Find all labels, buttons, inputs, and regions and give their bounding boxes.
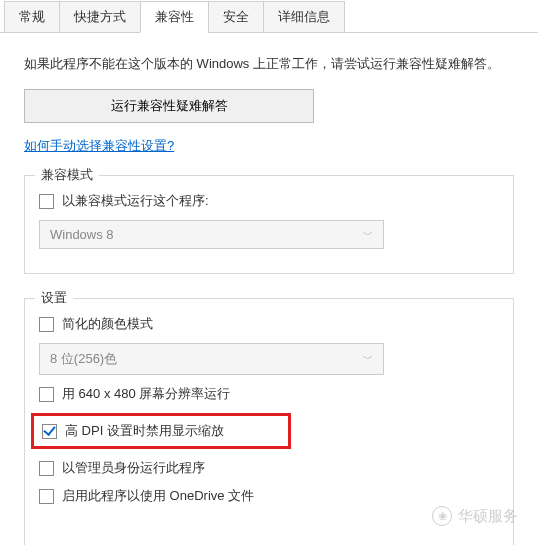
compat-mode-checkbox[interactable] [39, 194, 54, 209]
wechat-icon: ❀ [432, 506, 452, 526]
reduced-color-checkbox[interactable] [39, 317, 54, 332]
settings-title: 设置 [35, 289, 73, 307]
run-troubleshooter-button[interactable]: 运行兼容性疑难解答 [24, 89, 314, 123]
compat-mode-label: 以兼容模式运行这个程序: [62, 192, 209, 210]
highlight-box: 高 DPI 设置时禁用显示缩放 [31, 413, 291, 449]
res-640-checkbox[interactable] [39, 387, 54, 402]
watermark: ❀ 华硕服务 [432, 506, 518, 526]
watermark-text: 华硕服务 [458, 507, 518, 526]
tab-general[interactable]: 常规 [4, 1, 60, 33]
onedrive-label: 启用此程序以使用 OneDrive 文件 [62, 487, 254, 505]
color-depth-select[interactable]: 8 位(256)色 ﹀ [39, 343, 384, 375]
disable-dpi-label: 高 DPI 设置时禁用显示缩放 [65, 422, 224, 440]
res-640-label: 用 640 x 480 屏幕分辨率运行 [62, 385, 230, 403]
intro-text: 如果此程序不能在这个版本的 Windows 上正常工作，请尝试运行兼容性疑难解答… [24, 53, 514, 75]
reduced-color-label: 简化的颜色模式 [62, 315, 153, 333]
chevron-down-icon: ﹀ [363, 228, 373, 242]
manual-settings-link[interactable]: 如何手动选择兼容性设置? [24, 137, 174, 155]
disable-dpi-checkbox[interactable] [42, 424, 57, 439]
tab-compatibility[interactable]: 兼容性 [140, 1, 209, 33]
compat-os-select[interactable]: Windows 8 ﹀ [39, 220, 384, 249]
run-admin-label: 以管理员身份运行此程序 [62, 459, 205, 477]
compat-os-value: Windows 8 [50, 227, 114, 242]
tab-strip: 常规 快捷方式 兼容性 安全 详细信息 [0, 0, 538, 33]
tab-content: 如果此程序不能在这个版本的 Windows 上正常工作，请尝试运行兼容性疑难解答… [0, 33, 538, 556]
tab-shortcut[interactable]: 快捷方式 [59, 1, 141, 33]
onedrive-checkbox[interactable] [39, 489, 54, 504]
tab-details[interactable]: 详细信息 [263, 1, 345, 33]
tab-security[interactable]: 安全 [208, 1, 264, 33]
color-depth-value: 8 位(256)色 [50, 350, 117, 368]
chevron-down-icon: ﹀ [363, 352, 373, 366]
compat-mode-group: 兼容模式 以兼容模式运行这个程序: Windows 8 ﹀ [24, 175, 514, 274]
run-admin-checkbox[interactable] [39, 461, 54, 476]
compat-mode-title: 兼容模式 [35, 166, 99, 184]
